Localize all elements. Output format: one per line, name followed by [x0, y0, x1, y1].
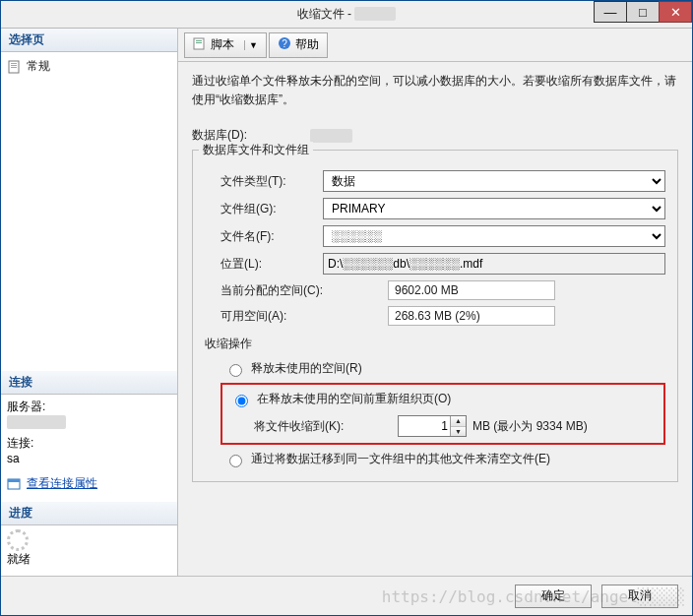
shrink-to-input[interactable] [399, 418, 450, 434]
connection-value: sa [7, 452, 171, 465]
spin-down-icon[interactable]: ▼ [451, 427, 466, 437]
radio-release-label: 释放未使用的空间(R) [251, 360, 362, 377]
filename-select[interactable]: ░░░░░░ [323, 225, 665, 247]
allocated-label: 当前分配的空间(C): [220, 282, 388, 299]
server-value: ░░░░░░░ [7, 415, 66, 429]
progress-header: 进度 [1, 502, 177, 525]
shrink-action-label: 收缩操作 [205, 336, 665, 352]
radio-migrate[interactable] [229, 455, 242, 467]
filename-label: 文件名(F): [220, 228, 323, 245]
radio-reorganize-label: 在释放未使用的空间前重新组织页(O) [257, 391, 451, 407]
highlight-annotation: 在释放未使用的空间前重新组织页(O) 将文件收缩到(K): ▲ ▼ [220, 383, 665, 445]
filegroup-label: 文件组(G): [220, 201, 323, 217]
mb-min-label: MB (最小为 9334 MB) [472, 418, 588, 435]
svg-rect-8 [196, 42, 202, 43]
help-button[interactable]: ? 帮助 [269, 32, 328, 58]
svg-rect-5 [8, 479, 20, 482]
intro-text: 通过收缩单个文件释放未分配的空间，可以减小数据库的大小。若要收缩所有数据库文件，… [192, 72, 678, 109]
svg-rect-7 [196, 40, 202, 41]
file-group-box: 数据库文件和文件组 文件类型(T): 数据 文件组(G): PRIMARY 文件… [192, 150, 678, 482]
file-type-select[interactable]: 数据 [323, 170, 665, 192]
connection-label: 连接: [7, 435, 171, 452]
svg-rect-2 [11, 65, 17, 66]
minimize-button[interactable]: — [594, 1, 627, 23]
window-title-prefix: 收缩文件 - [297, 7, 355, 21]
location-label: 位置(L): [220, 256, 323, 273]
toolbar: 脚本 ▼ ? 帮助 [178, 29, 692, 62]
available-value: 268.63 MB (2%) [388, 306, 555, 326]
progress-spinner-icon [7, 529, 29, 551]
script-button-label: 脚本 [211, 36, 234, 53]
svg-rect-1 [11, 63, 17, 64]
left-navigation-pane: 选择页 常规 连接 服务器: ░░░░░░░ 连接: sa 查看连接属性 进 [1, 29, 178, 576]
radio-migrate-row[interactable]: 通过将数据迁移到同一文件组中的其他文件来清空文件(E) [220, 447, 665, 471]
close-button[interactable]: ✕ [659, 1, 692, 23]
connection-header: 连接 [1, 371, 177, 395]
svg-rect-3 [11, 67, 17, 68]
script-icon [193, 36, 207, 53]
dialog-footer: 确定 取消 [1, 576, 692, 615]
select-page-header: 选择页 [1, 29, 177, 52]
groupbox-legend: 数据库文件和文件组 [199, 142, 313, 158]
filegroup-select[interactable]: PRIMARY [323, 198, 665, 219]
radio-reorganize[interactable] [235, 395, 248, 407]
help-button-label: 帮助 [295, 36, 319, 53]
chevron-down-icon[interactable]: ▼ [244, 40, 258, 50]
svg-text:?: ? [282, 38, 287, 49]
ok-button[interactable]: 确定 [515, 585, 592, 608]
radio-release[interactable] [229, 364, 242, 377]
window-title: 收缩文件 - xxxxxxx [1, 6, 692, 23]
view-connection-properties-link[interactable]: 查看连接属性 [27, 475, 97, 492]
script-button[interactable]: 脚本 ▼ [184, 32, 267, 58]
spin-up-icon[interactable]: ▲ [451, 416, 466, 427]
right-content-pane: 脚本 ▼ ? 帮助 通过收缩单个文件释放未分配的空间，可以减小数据库的大小。若要… [178, 29, 692, 576]
svg-rect-6 [194, 38, 204, 49]
radio-migrate-label: 通过将数据迁移到同一文件组中的其他文件来清空文件(E) [251, 451, 550, 467]
available-label: 可用空间(A): [220, 308, 388, 325]
cancel-button[interactable]: 取消 [601, 585, 678, 608]
allocated-value: 9602.00 MB [388, 280, 555, 300]
form-area: 通过收缩单个文件释放未分配的空间，可以减小数据库的大小。若要收缩所有数据库文件，… [178, 62, 692, 576]
radio-reorganize-row[interactable]: 在释放未使用的空间前重新组织页(O) [226, 387, 660, 411]
server-label: 服务器: [7, 399, 171, 415]
shrink-to-label: 将文件收缩到(K): [254, 418, 392, 435]
window-title-dbname: xxxxxxx [354, 7, 396, 21]
location-input [323, 253, 665, 275]
file-type-label: 文件类型(T): [220, 173, 323, 190]
title-bar: 收缩文件 - xxxxxxx — □ ✕ [1, 1, 692, 29]
help-icon: ? [278, 36, 291, 53]
maximize-button[interactable]: □ [626, 1, 660, 23]
page-icon [7, 60, 23, 74]
properties-icon [7, 477, 23, 491]
nav-item-general-label: 常规 [27, 58, 50, 75]
database-value: ░░░░░ [310, 129, 352, 143]
progress-ready-label: 就绪 [7, 552, 31, 566]
shrink-to-numeric[interactable]: ▲ ▼ [398, 415, 467, 437]
radio-release-row[interactable]: 释放未使用的空间(R) [220, 356, 665, 381]
nav-item-general[interactable]: 常规 [7, 56, 171, 77]
